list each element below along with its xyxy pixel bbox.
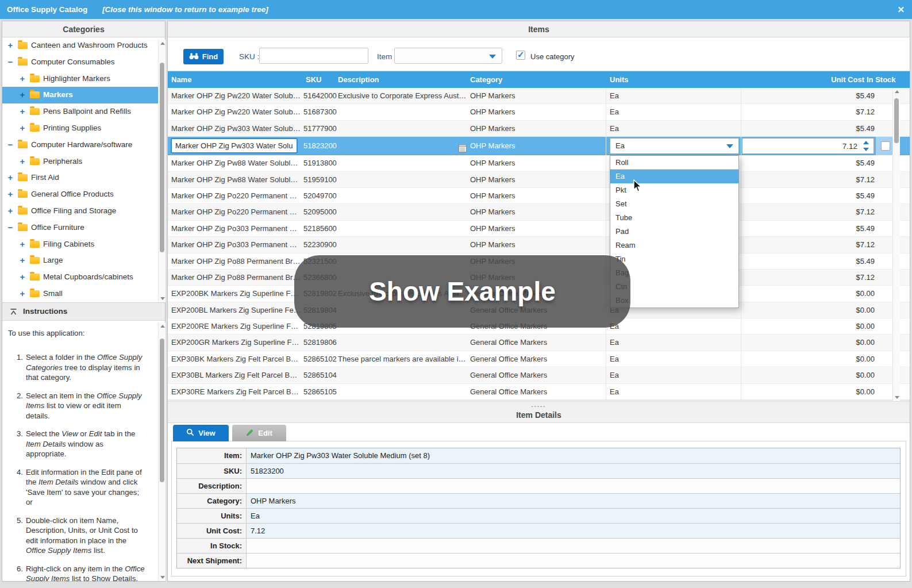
cell-name[interactable]: Marker OHP Zig Po220 Permanent Fine ...	[171, 204, 301, 220]
cell-name[interactable]: Marker OHP Zig Po220 Permanent Fine ...	[171, 188, 301, 203]
tree-item[interactable]: − Computer Hardware/software	[2, 137, 165, 153]
cell-units[interactable]: Ea	[610, 384, 673, 399]
cell-unit-cost[interactable]: $5.49	[856, 121, 875, 136]
spinner-down-icon[interactable]	[863, 148, 869, 151]
use-category-checkbox[interactable]	[516, 51, 525, 60]
cell-unit-cost[interactable]: $7.12	[856, 237, 875, 252]
scroll-up-icon[interactable]	[160, 325, 165, 328]
column-header-in-stock[interactable]: In Stock	[867, 71, 896, 88]
cell-unit-cost[interactable]: $0.00	[856, 367, 875, 383]
cell-description[interactable]: Exclusive to Corporate Express Australia…	[338, 88, 467, 103]
table-row[interactable]: EXP200GR Markers Zig Superline Felt PZ..…	[168, 335, 910, 351]
cell-unit-cost[interactable]: $0.00	[856, 351, 875, 367]
table-row[interactable]: Marker OHP Zig Po303 Permanent Medi... 5…	[168, 221, 910, 237]
table-row[interactable]: Marker OHP Zig Po220 Permanent Fine ... …	[168, 204, 910, 220]
cell-name[interactable]: EXP200RE Markers Zig Superline Felt PZ..…	[171, 318, 301, 334]
table-row[interactable]: Marker OHP Zig Pw220 Water Soluble Fi...…	[168, 104, 910, 120]
cell-name[interactable]: EXP200BL Markers Zig Superline Felt PZ-.…	[171, 302, 301, 318]
scroll-up-icon[interactable]	[895, 90, 899, 93]
cell-unit-cost[interactable]: $5.49	[856, 253, 875, 269]
cell-unit-cost[interactable]: $0.00	[856, 384, 875, 399]
tree-item[interactable]: + Markers	[2, 87, 165, 103]
cell-name[interactable]: EXP200GR Markers Zig Superline Felt PZ..…	[171, 335, 301, 350]
units-dropdown-option[interactable]: Set	[610, 197, 738, 211]
in-stock-checkbox[interactable]	[881, 141, 890, 151]
column-header-units[interactable]: Units	[610, 71, 629, 88]
sku-filter-input[interactable]	[259, 48, 368, 64]
spinner-up-icon[interactable]	[863, 141, 869, 144]
show-example-button[interactable]: Show Example	[294, 255, 630, 328]
tree-expander-icon[interactable]: +	[6, 37, 14, 54]
scrollbar-thumb[interactable]	[160, 339, 164, 482]
cell-name[interactable]: EXP30BK Markers Zig Felt Parcel Bullet T…	[171, 351, 301, 367]
tree-expander-icon[interactable]: +	[18, 252, 26, 269]
cell-units[interactable]: Ea	[610, 88, 673, 103]
tree-item[interactable]: − Office Furniture	[2, 220, 165, 236]
tree-expander-icon[interactable]: +	[18, 269, 26, 286]
column-header-category[interactable]: Category	[470, 71, 502, 88]
cell-units[interactable]: Ea	[610, 121, 673, 136]
cell-unit-cost[interactable]: $5.49	[856, 188, 875, 203]
cell-name[interactable]: EXP30BL Markers Zig Felt Parcel Bullet T…	[171, 367, 301, 383]
unit-cost-spinner[interactable]	[742, 138, 874, 154]
tree-item[interactable]: + First Aid	[2, 170, 165, 186]
unit-cost-input[interactable]	[742, 139, 873, 153]
tree-item[interactable]: + Highlighter Markers	[2, 71, 165, 87]
cell-unit-cost[interactable]: $0.00	[856, 318, 875, 334]
cell-unit-cost[interactable]: $7.12	[856, 104, 875, 120]
scrollbar-thumb[interactable]	[160, 63, 164, 252]
scroll-down-icon[interactable]	[160, 576, 165, 579]
table-row[interactable]: EXP30RE Markers Zig Felt Parcel Bullet T…	[168, 384, 910, 400]
tree-item[interactable]: + Metal Cupboards/cabinets	[2, 269, 165, 286]
scroll-down-icon[interactable]	[895, 396, 899, 399]
column-header-sku[interactable]: SKU	[306, 71, 321, 88]
close-icon[interactable]: ✕	[897, 0, 905, 19]
scroll-down-icon[interactable]	[160, 297, 165, 300]
units-dropdown-option[interactable]: Ea	[610, 170, 738, 183]
tree-expander-icon[interactable]: −	[6, 54, 14, 71]
tree-expander-icon[interactable]: +	[18, 286, 26, 302]
cell-name[interactable]: Marker OHP Zig Po303 Permanent Medi...	[171, 237, 301, 252]
tree-expander-icon[interactable]: −	[6, 137, 14, 153]
cell-description[interactable]: These parcel markers are available in bu…	[338, 351, 467, 367]
tree-item[interactable]: + Peripherals	[2, 153, 165, 170]
tree-expander-icon[interactable]: +	[6, 170, 14, 186]
tree-expander-icon[interactable]: +	[18, 236, 26, 253]
units-combobox[interactable]: Ea	[610, 138, 739, 154]
cell-name[interactable]: EXP30RE Markers Zig Felt Parcel Bullet T…	[171, 384, 301, 399]
find-button[interactable]: Find	[183, 49, 224, 64]
table-row[interactable]: Marker OHP Zig Pw88 Water Soluble Br... …	[168, 172, 910, 188]
cell-unit-cost[interactable]: $0.00	[856, 302, 875, 318]
tree-item[interactable]: + Office Filing and Storage	[2, 203, 165, 220]
panel-splitter[interactable]: •••••	[168, 401, 910, 407]
tree-expander-icon[interactable]: +	[18, 153, 26, 170]
tree-expander-icon[interactable]: +	[18, 120, 26, 137]
column-header-unit-cost[interactable]: Unit Cost	[831, 71, 864, 88]
cell-units[interactable]: Ea	[610, 104, 673, 120]
tree-expander-icon[interactable]: +	[18, 71, 26, 87]
cell-units[interactable]: Ea	[610, 351, 673, 367]
categories-scrollbar[interactable]	[158, 40, 166, 302]
units-dropdown-option[interactable]: Ream	[610, 239, 738, 252]
tab-edit[interactable]: Edit	[232, 425, 286, 441]
cell-unit-cost[interactable]: $0.00	[856, 335, 875, 350]
cell-name[interactable]: Marker OHP Zig Pw303 Water Soluble M...	[171, 121, 301, 136]
column-header-description[interactable]: Description	[338, 71, 379, 88]
instructions-scrollbar[interactable]	[158, 322, 166, 581]
tree-expander-icon[interactable]: +	[6, 203, 14, 220]
tree-expander-icon[interactable]: −	[6, 220, 14, 236]
table-row[interactable]: Marker OHP Zig Po303 Permanent Medi... 5…	[168, 237, 910, 253]
cell-name[interactable]: EXP200BK Markers Zig Superline Felt PZ..…	[171, 286, 301, 301]
tree-item[interactable]: + Canteen and Washroom Products	[2, 37, 165, 54]
cell-unit-cost[interactable]: $7.12	[856, 204, 875, 220]
cell-name[interactable]: Marker OHP Zig Pw88 Water Soluble Br...	[171, 155, 301, 171]
tree-item[interactable]: + Small	[2, 286, 165, 302]
cell-name[interactable]: Marker OHP Zig Pw220 Water Soluble Fi...	[171, 88, 301, 103]
table-row[interactable]: Marker OHP Zig Pw303 Water Soluble M... …	[168, 121, 910, 137]
scrollbar-thumb[interactable]	[894, 98, 899, 143]
items-edit-row[interactable]: 51823200 OHP Markers Ea	[168, 137, 910, 155]
table-row[interactable]: Marker OHP Zig Pw220 Water Soluble Fi...…	[168, 88, 910, 104]
cell-units[interactable]: Ea	[610, 367, 673, 383]
table-row[interactable]: EXP30BL Markers Zig Felt Parcel Bullet T…	[168, 367, 910, 383]
tree-item[interactable]: + Filing Cabinets	[2, 236, 165, 253]
